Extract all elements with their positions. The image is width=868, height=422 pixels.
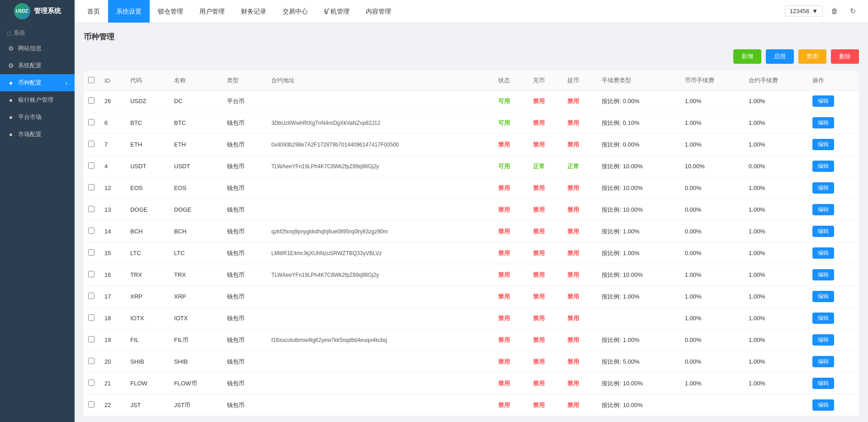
edit-button-5[interactable]: 编辑 bbox=[812, 204, 834, 215]
trash-icon[interactable]: 🗑 bbox=[828, 5, 841, 18]
cell-name: IOTX bbox=[170, 308, 222, 329]
cell-code: SHIB bbox=[126, 351, 170, 373]
cell-contract-fee: 1.00% bbox=[744, 242, 808, 264]
edit-button-14[interactable]: 编辑 bbox=[812, 399, 834, 411]
edit-button-3[interactable]: 编辑 bbox=[812, 161, 834, 172]
sidebar-icon: ● bbox=[7, 131, 14, 138]
edit-button-13[interactable]: 编辑 bbox=[812, 378, 834, 389]
cell-contract bbox=[267, 286, 494, 308]
cell-id: 12 bbox=[100, 177, 126, 199]
cell-contract-fee bbox=[744, 394, 808, 416]
delete-button[interactable]: 删除 bbox=[831, 49, 859, 64]
coin-table-wrap: ID代码名称类型合约地址状态充币提币手续费类型币币手续费合约手续费操作 26US… bbox=[84, 71, 859, 416]
nav-item-用户管理[interactable]: 用户管理 bbox=[191, 0, 233, 23]
cell-action: 编辑 bbox=[808, 351, 859, 373]
cell-code: BTC bbox=[126, 112, 170, 134]
edit-button-2[interactable]: 编辑 bbox=[812, 139, 834, 150]
edit-button-9[interactable]: 编辑 bbox=[812, 291, 834, 302]
sidebar-item-银行账户管理[interactable]: ●银行账户管理 bbox=[0, 91, 75, 109]
cell-status: 禁用 bbox=[494, 134, 528, 156]
nav-item-首页[interactable]: 首页 bbox=[79, 0, 108, 23]
edit-button-0[interactable]: 编辑 bbox=[812, 95, 834, 107]
edit-button-10[interactable]: 编辑 bbox=[812, 313, 834, 324]
row-checkbox-10[interactable] bbox=[88, 314, 94, 321]
coin-table: ID代码名称类型合约地址状态充币提币手续费类型币币手续费合约手续费操作 26US… bbox=[84, 71, 859, 416]
cell-contract bbox=[267, 177, 494, 199]
cell-type: 钱包币 bbox=[222, 177, 267, 199]
nav-item-财务记录[interactable]: 财务记录 bbox=[233, 0, 274, 23]
edit-button-6[interactable]: 编辑 bbox=[812, 226, 834, 237]
row-checkbox-12[interactable] bbox=[88, 358, 94, 364]
row-checkbox-4[interactable] bbox=[88, 184, 94, 190]
cell-name: JST币 bbox=[170, 394, 222, 416]
edit-button-7[interactable]: 编辑 bbox=[812, 247, 834, 259]
edit-button-4[interactable]: 编辑 bbox=[812, 182, 834, 194]
logo-area: USDZ 管理系统 bbox=[0, 0, 75, 23]
cell-contract bbox=[267, 373, 494, 394]
table-row: 19FILFIL币钱包币f16xucotutbmw4tg62yew7kk5nqd… bbox=[84, 329, 859, 351]
row-checkbox-11[interactable] bbox=[88, 336, 94, 342]
enable-button[interactable]: 启用 bbox=[766, 49, 794, 64]
nav-item-矿机管理[interactable]: 矿机管理 bbox=[316, 0, 358, 23]
cell-recharge: 禁用 bbox=[528, 221, 563, 242]
edit-button-1[interactable]: 编辑 bbox=[812, 117, 834, 128]
cell-action: 编辑 bbox=[808, 199, 859, 221]
row-checkbox-14[interactable] bbox=[88, 401, 94, 408]
row-checkbox-2[interactable] bbox=[88, 141, 94, 147]
cell-fee-type bbox=[597, 308, 680, 329]
select-all-checkbox[interactable] bbox=[88, 77, 94, 83]
row-checkbox-13[interactable] bbox=[88, 379, 94, 386]
user-dropdown[interactable]: 123456 ▼ bbox=[785, 5, 823, 17]
cell-coin-fee: 1.00% bbox=[680, 286, 744, 308]
cell-type: 钱包币 bbox=[222, 286, 267, 308]
cell-coin-fee: 0.00% bbox=[680, 199, 744, 221]
row-checkbox-6[interactable] bbox=[88, 228, 94, 234]
row-checkbox-0[interactable] bbox=[88, 97, 94, 104]
edit-button-11[interactable]: 编辑 bbox=[812, 334, 834, 346]
section-label: 系统 bbox=[14, 29, 25, 37]
cell-status: 禁用 bbox=[494, 242, 528, 264]
cell-contract bbox=[267, 90, 494, 112]
cell-fee-type: 按比例: 1.00% bbox=[597, 286, 680, 308]
cell-name: USDT bbox=[170, 156, 222, 177]
table-body: 26USDZDC平台币可用禁用禁用按比例: 0.00%1.00%1.00%编辑6… bbox=[84, 90, 859, 416]
sidebar-item-平台市场[interactable]: ●平台市场 bbox=[0, 109, 75, 126]
sidebar-item-网站信息[interactable]: ⚙网站信息 bbox=[0, 40, 75, 57]
nav-item-交易中心[interactable]: 交易中心 bbox=[274, 0, 316, 23]
cell-action: 编辑 bbox=[808, 177, 859, 199]
disable-button[interactable]: 禁用 bbox=[798, 49, 826, 64]
cell-type: 钱包币 bbox=[222, 112, 267, 134]
sidebar-item-label: 网站信息 bbox=[18, 44, 42, 52]
nav-item-内容管理[interactable]: 内容管理 bbox=[358, 0, 399, 23]
nav-item-锁仓管理[interactable]: 锁仓管理 bbox=[150, 0, 191, 23]
row-checkbox-7[interactable] bbox=[88, 249, 94, 256]
cell-action: 编辑 bbox=[808, 134, 859, 156]
row-checkbox-3[interactable] bbox=[88, 162, 94, 169]
cell-code: FIL bbox=[126, 329, 170, 351]
th-名称: 名称 bbox=[170, 71, 222, 90]
row-checkbox-8[interactable] bbox=[88, 271, 94, 277]
cell-id: 13 bbox=[100, 199, 126, 221]
sidebar-item-币种配置[interactable]: ●币种配置› bbox=[0, 74, 75, 91]
cell-recharge: 禁用 bbox=[528, 112, 563, 134]
page-title: 币种管理 bbox=[84, 32, 859, 42]
refresh-icon[interactable]: ↻ bbox=[846, 5, 859, 18]
row-checkbox-5[interactable] bbox=[88, 206, 94, 212]
cell-withdraw: 禁用 bbox=[563, 373, 597, 394]
edit-button-12[interactable]: 编辑 bbox=[812, 356, 834, 367]
table-row: 4USDTUSDT钱包币TLWAeeYFn19LPh4K7C8Wk2fpZ89q… bbox=[84, 156, 859, 177]
cell-action: 编辑 bbox=[808, 264, 859, 286]
nav-item-系统设置[interactable]: 系统设置 bbox=[108, 0, 150, 23]
cell-code: USDZ bbox=[126, 90, 170, 112]
cell-recharge: 禁用 bbox=[528, 351, 563, 373]
sidebar-item-系统配置[interactable]: ⚙系统配置 bbox=[0, 57, 75, 74]
table-row: 26USDZDC平台币可用禁用禁用按比例: 0.00%1.00%1.00%编辑 bbox=[84, 90, 859, 112]
cell-contract: 0x4093b298e7A2F172879b70144096147417F005… bbox=[267, 134, 494, 156]
add-button[interactable]: 新增 bbox=[733, 49, 761, 64]
cell-recharge: 禁用 bbox=[528, 199, 563, 221]
sidebar-item-市场配置[interactable]: ●市场配置 bbox=[0, 126, 75, 143]
row-checkbox-9[interactable] bbox=[88, 293, 94, 299]
edit-button-8[interactable]: 编辑 bbox=[812, 269, 834, 280]
cell-status: 可用 bbox=[494, 156, 528, 177]
row-checkbox-1[interactable] bbox=[88, 119, 94, 125]
